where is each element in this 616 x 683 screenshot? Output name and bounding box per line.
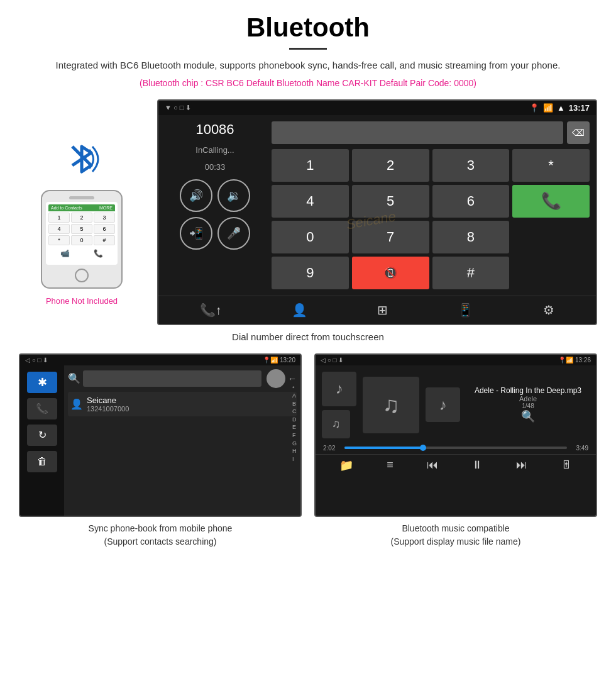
music-status-bar: ◁ ○ □ ⬇ 📍📶 13:26 (316, 355, 596, 365)
key-4[interactable]: * (512, 149, 590, 182)
keypad-grid: 1 2 3 * 4 5 6 📞 0 7 8 9 (272, 149, 590, 289)
key-9[interactable]: 7 (352, 221, 429, 253)
transfer-button[interactable]: 📲 (180, 217, 212, 250)
phonebook-screen: ◁ ○ □ ⬇ 📍📶 13:20 ✱ 📞 ↻ (19, 353, 302, 517)
back-arrow[interactable]: ← (288, 374, 297, 384)
music-note-1: ♪ (336, 380, 343, 397)
pb-sidebar: ✱ 📞 ↻ 🗑 (20, 365, 64, 517)
bt-icon: ✱ (38, 375, 47, 389)
next-button[interactable]: ⏭ (516, 458, 527, 472)
current-time: 2:02 (323, 445, 341, 452)
title-underline (289, 48, 327, 50)
music-screen-wrap: ◁ ○ □ ⬇ 📍📶 13:26 ♪ ♫ (314, 353, 597, 548)
progress-row: 2:02 3:49 (316, 445, 596, 454)
sync-sidebar-btn[interactable]: ↻ (27, 425, 57, 446)
key-11[interactable]: 9 (272, 257, 349, 289)
dialpad-icon[interactable]: ⊞ (377, 303, 388, 318)
phone-key[interactable]: 5 (71, 224, 92, 234)
call-button[interactable]: 📞 (512, 185, 590, 218)
album-art-right-1: ♪ (426, 387, 460, 422)
add-contacts-label: Add to Contacts (51, 206, 82, 210)
key-5[interactable]: 4 (272, 185, 349, 218)
phone-home-button[interactable] (75, 269, 89, 282)
phone-bottom-icons: 📹 📞 (48, 249, 115, 258)
pb-main: 🔍 ← 👤 Seicane 13241007000 (64, 365, 300, 517)
status-time: 13:17 (569, 103, 590, 113)
contact-name: Seicane (87, 396, 129, 405)
phone-key[interactable]: 2 (71, 213, 92, 223)
car-phone-icon[interactable]: 📱 (458, 303, 473, 318)
car-status-bar: ▼ ○ □ ⬇ 📍 📶 ▲ 13:17 (158, 101, 596, 115)
phonebook-screen-wrap: ◁ ○ □ ⬇ 📍📶 13:20 ✱ 📞 ↻ (19, 353, 302, 548)
bluetooth-sidebar-btn[interactable]: ✱ (27, 372, 57, 393)
car-dialer-screen: ▼ ○ □ ⬇ 📍 📶 ▲ 13:17 10086 InCalling... 0… (157, 99, 597, 325)
key-7[interactable]: 6 (432, 185, 510, 218)
volume-up-button[interactable]: 🔊 (180, 179, 212, 212)
phone-not-included: Phone Not Included (46, 296, 118, 306)
music-note-3: ♪ (439, 396, 447, 414)
phone-key[interactable]: 6 (94, 224, 115, 234)
key-2[interactable]: 2 (352, 149, 429, 182)
pb-status-icons: 📍📶 (263, 357, 278, 364)
end-call-button[interactable]: 📵 (352, 257, 429, 289)
bluetooth-icon (63, 137, 101, 181)
phonebook-caption: Sync phone-book from mobile phone (Suppo… (19, 522, 302, 548)
total-time: 3:49 (571, 445, 588, 452)
play-pause-button[interactable]: ⏸ (471, 458, 483, 472)
calls-icon[interactable]: 📞↑ (200, 303, 222, 318)
phone-key[interactable]: # (94, 235, 115, 245)
mic-icon: 🎤 (227, 226, 241, 240)
contact-info: Seicane 13241007000 (87, 396, 129, 413)
call-sidebar-btn[interactable]: 📞 (27, 398, 57, 419)
music-caption: Bluetooth music compatible (Support disp… (314, 522, 597, 548)
progress-bar[interactable] (344, 447, 567, 449)
equalizer-button[interactable]: 🎚 (561, 458, 572, 472)
dialer-input-row: ⌫ (272, 121, 590, 144)
music-screen: ◁ ○ □ ⬇ 📍📶 13:26 ♪ ♫ (314, 353, 597, 517)
playlist-button[interactable]: ≡ (387, 458, 393, 472)
key-3[interactable]: 3 (432, 149, 510, 182)
key-8[interactable]: 0 (272, 221, 349, 253)
folder-button[interactable]: 📁 (339, 458, 353, 472)
phone-sidebar-icon: 📞 (36, 403, 48, 414)
pb-container: ✱ 📞 ↻ 🗑 🔍 (20, 365, 300, 517)
more-label: MORE (99, 206, 113, 210)
prev-button[interactable]: ⏮ (427, 458, 438, 472)
key-hash[interactable]: # (432, 257, 510, 289)
key-1[interactable]: 1 (272, 149, 349, 182)
progress-fill (344, 447, 422, 449)
album-art-small-wrap: ♪ ♫ (322, 372, 356, 438)
trash-icon: 🗑 (37, 456, 47, 467)
call-number: 10086 (195, 121, 234, 138)
volume-down-button[interactable]: 🔉 (217, 179, 250, 212)
album-art-small-1: ♪ (322, 372, 356, 406)
phone-key[interactable]: 1 (48, 213, 70, 223)
pb-search-bar[interactable] (83, 370, 261, 387)
contact-person-icon: 👤 (70, 398, 83, 410)
call-status: InCalling... (195, 145, 234, 155)
delete-sidebar-btn[interactable]: 🗑 (27, 451, 57, 472)
music-note-2: ♫ (332, 418, 341, 431)
delete-button[interactable]: ⌫ (567, 121, 590, 144)
track-number: 1/48 (522, 403, 534, 409)
music-search-button[interactable]: 🔍 (521, 409, 535, 423)
music-status-time: 13:26 (575, 357, 591, 364)
key-10[interactable]: 8 (432, 221, 510, 253)
settings-icon[interactable]: ⚙ (543, 303, 554, 318)
volume-up-icon: 🔊 (189, 189, 203, 203)
phone-key[interactable]: 0 (71, 235, 92, 245)
dial-caption: Dial number direct from touchscreen (19, 331, 597, 342)
mute-button[interactable]: 🎤 (217, 217, 250, 250)
key-6[interactable]: 5 (352, 185, 429, 218)
phone-key[interactable]: 4 (48, 224, 70, 234)
dialer-input-box[interactable] (272, 121, 563, 144)
pb-search-row: 🔍 ← (68, 369, 297, 388)
pb-contact-row[interactable]: 👤 Seicane 13241007000 (68, 392, 297, 416)
phone-key[interactable]: 3 (94, 213, 115, 223)
phone-key[interactable]: * (48, 235, 70, 245)
dialer-right: ⌫ 1 2 3 * 4 5 6 📞 0 7 8 (272, 121, 590, 289)
call-controls: 🔊 🔉 📲 🎤 (180, 179, 250, 250)
phone-speaker (69, 196, 94, 199)
phone-side: Add to Contacts MORE 1 2 3 4 5 6 * 0 # 📹… (19, 99, 145, 306)
contacts-icon[interactable]: 👤 (292, 303, 307, 318)
